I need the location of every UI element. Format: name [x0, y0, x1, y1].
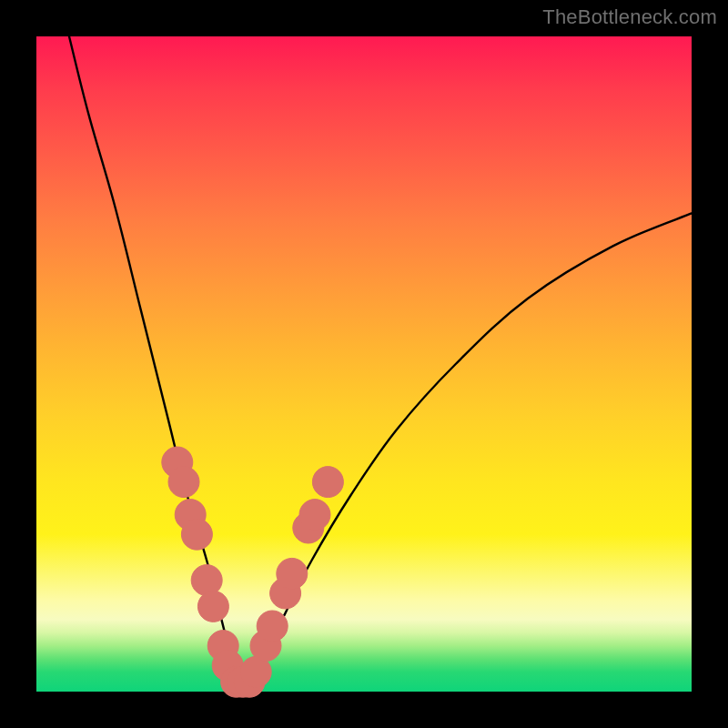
chart-container: TheBottleneck.com	[0, 0, 728, 728]
watermark-text: TheBottleneck.com	[542, 5, 717, 29]
plot-background-gradient	[36, 36, 692, 692]
